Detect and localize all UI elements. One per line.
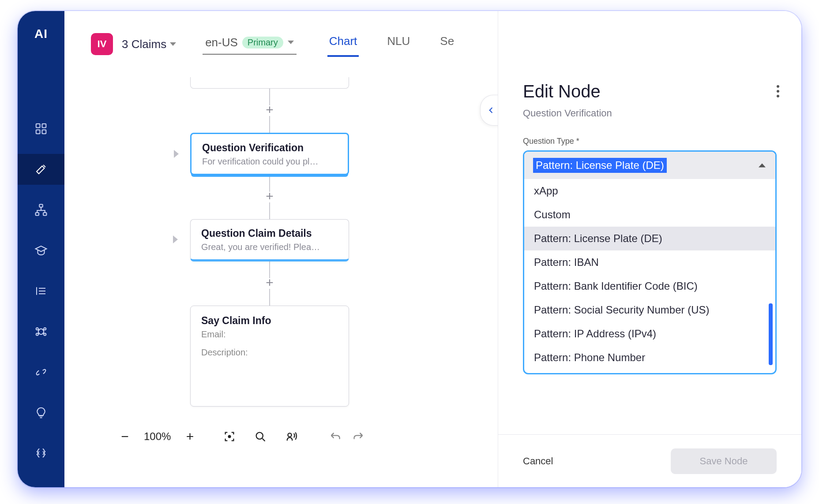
svg-point-11 [44, 333, 46, 336]
sidebar-item-flows[interactable] [18, 194, 64, 225]
fit-view-button[interactable] [222, 429, 237, 444]
add-node-button[interactable]: + [263, 105, 276, 117]
locale-label: en-US [205, 36, 238, 49]
node-line-description: Description: [201, 347, 338, 358]
flow-canvas[interactable]: + Question Verification For verification… [64, 77, 475, 452]
breadcrumb-label: 3 Claims [122, 37, 166, 51]
flow-node-say-claim-info[interactable]: Say Claim Info Email: Description: [190, 306, 349, 407]
combobox-option[interactable]: xApp [524, 179, 775, 203]
add-node-button[interactable]: + [263, 191, 276, 203]
cancel-button[interactable]: Cancel [523, 455, 553, 467]
combobox-option[interactable]: Pattern: License Plate (DE) [524, 227, 775, 250]
panel-menu-button[interactable] [777, 85, 779, 97]
undo-button[interactable] [328, 429, 343, 444]
caret-right-icon [173, 235, 178, 243]
locale-primary-badge: Primary [242, 37, 283, 49]
voice-preview-button[interactable] [284, 429, 299, 444]
tab-settings[interactable]: Se [438, 32, 456, 57]
sidebar-item-ideas[interactable] [18, 397, 64, 428]
combobox-option[interactable]: Pattern: Social Security Number (US) [524, 298, 775, 322]
sidebar: AI [18, 11, 64, 487]
node-title: Say Claim Info [201, 315, 338, 327]
locale-selector[interactable]: en-US Primary [203, 34, 297, 55]
svg-rect-1 [42, 124, 46, 128]
chevron-down-icon [170, 42, 176, 46]
node-title: Question Verification [202, 142, 337, 154]
save-node-button[interactable]: Save Node [671, 448, 777, 474]
edit-node-panel: Edit Node Question Verification Question… [498, 11, 801, 487]
sidebar-item-logs[interactable] [18, 276, 64, 306]
svg-rect-4 [39, 205, 43, 207]
svg-rect-6 [43, 213, 47, 215]
combobox-input[interactable]: Pattern: License Plate (DE) [524, 152, 775, 179]
chevron-up-icon [759, 164, 766, 168]
svg-point-10 [36, 333, 38, 336]
scrollbar-thumb[interactable] [769, 303, 773, 365]
zoom-in-button[interactable]: + [182, 429, 197, 444]
combobox-option[interactable]: Pattern: Bank Identifier Code (BIC) [524, 274, 775, 298]
svg-rect-3 [42, 130, 46, 134]
svg-point-18 [256, 433, 263, 439]
sidebar-item-ai[interactable] [18, 316, 64, 347]
sidebar-item-build[interactable] [18, 154, 64, 185]
combobox-option[interactable]: Pattern: Phone Number [524, 346, 775, 370]
flow-connector [269, 202, 270, 219]
tab-chart[interactable]: Chart [327, 32, 359, 57]
logo: AI [34, 27, 48, 41]
svg-rect-0 [36, 124, 40, 128]
view-tabs: Chart NLU Se [327, 32, 456, 57]
flow-node-question-verification[interactable]: Question Verification For verification c… [190, 133, 349, 175]
svg-point-8 [36, 328, 38, 330]
flow-connector [269, 289, 270, 306]
tab-nlu[interactable]: NLU [385, 32, 412, 57]
svg-point-19 [288, 433, 292, 437]
combobox-option[interactable]: Pattern: IBAN [524, 250, 775, 274]
question-type-combobox[interactable]: Pattern: License Plate (DE) xApp Custom … [523, 150, 777, 374]
combobox-option[interactable]: Pattern: Credit Card [524, 370, 775, 373]
flow-connector [269, 116, 270, 133]
panel-title: Edit Node [523, 82, 777, 101]
combobox-selected-value: Pattern: License Plate (DE) [533, 158, 667, 173]
caret-right-icon [174, 150, 179, 158]
sidebar-item-apps[interactable] [18, 113, 64, 144]
sidebar-item-code[interactable] [18, 438, 64, 469]
breadcrumb-project[interactable]: 3 Claims [122, 37, 176, 51]
svg-point-17 [228, 435, 231, 438]
node-title: Question Claim Details [201, 228, 338, 239]
project-badge[interactable]: IV [91, 33, 113, 55]
panel-subtitle: Question Verification [523, 108, 777, 119]
flow-node-question-claim-details[interactable]: Question Claim Details Great, you are ve… [190, 219, 349, 261]
node-subtitle: Great, you are verified! Plea… [201, 242, 338, 252]
flow-node-start-stub[interactable] [190, 77, 349, 89]
sidebar-item-connect[interactable] [18, 357, 64, 388]
combobox-option[interactable]: Pattern: IP Address (IPv4) [524, 322, 775, 346]
svg-point-9 [44, 328, 46, 330]
question-type-label: Question Type * [523, 137, 777, 146]
svg-rect-5 [36, 213, 39, 215]
node-subtitle: For verification could you pl… [202, 157, 337, 167]
node-line-email: Email: [201, 329, 338, 340]
sidebar-item-learn[interactable] [18, 235, 64, 266]
add-node-button[interactable]: + [263, 277, 276, 290]
redo-button[interactable] [351, 429, 366, 444]
zoom-level: 100% [144, 430, 171, 443]
combobox-list: xApp Custom Pattern: License Plate (DE) … [524, 179, 775, 373]
panel-footer: Cancel Save Node [498, 434, 801, 487]
search-canvas-button[interactable] [253, 429, 268, 444]
zoom-out-button[interactable]: − [117, 429, 132, 444]
canvas-toolbar: − 100% + [117, 429, 366, 444]
svg-rect-2 [36, 130, 40, 134]
chevron-down-icon [288, 41, 294, 44]
combobox-option[interactable]: Custom [524, 203, 775, 227]
